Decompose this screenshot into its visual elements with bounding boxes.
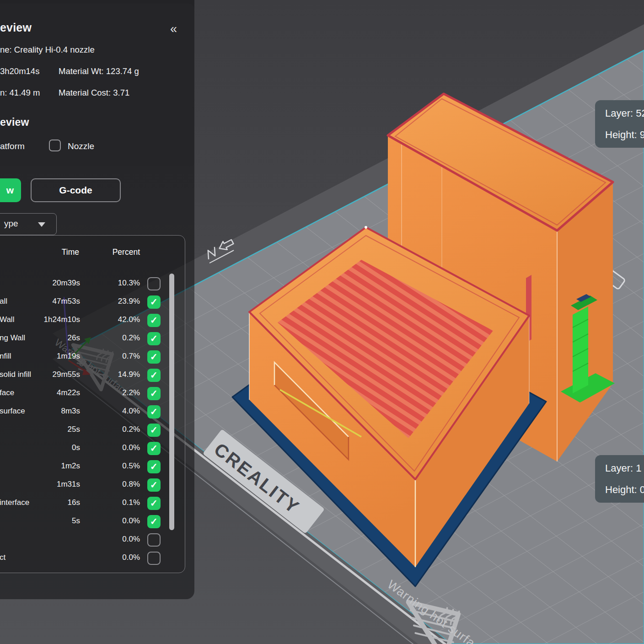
gcode-tab-button[interactable]: G-code	[31, 178, 121, 202]
line-type-row: ng Wall26s0.2%✓	[0, 330, 185, 348]
visibility-checkbox[interactable]: ✓	[147, 332, 161, 345]
line-type-row: 1m2s0.5%✓	[0, 458, 185, 476]
line-type-percent: 0.8%	[84, 480, 140, 489]
line-type-percent: 14.9%	[84, 370, 140, 379]
visibility-checkbox[interactable]: ✓	[147, 497, 161, 510]
visibility-checkbox[interactable]: ✓	[147, 442, 161, 455]
check-icon: ✓	[147, 424, 161, 437]
height-value: Height: 9	[605, 129, 644, 140]
line-type-time: 1m31s	[0, 480, 80, 489]
visibility-checkbox[interactable]: ✓	[147, 314, 161, 327]
nozzle-checkbox-label[interactable]: Nozzle	[68, 141, 94, 151]
line-type-time: 5s	[0, 516, 80, 526]
line-type-row: surface8m3s4.0%✓	[0, 403, 185, 421]
visibility-checkbox[interactable]: ✓	[147, 552, 161, 565]
left-sidebar: eview « ne: Creality Hi-0.4 nozzle 3h20m…	[0, 0, 194, 599]
line-type-time: 47m53s	[0, 297, 80, 306]
visibility-checkbox[interactable]: ✓	[147, 369, 161, 382]
line-type-percent: 10.3%	[84, 279, 140, 288]
visibility-checkbox[interactable]: ✓	[147, 424, 161, 437]
line-type-percent: 0.0%	[84, 535, 140, 544]
material-length: n: 41.49 m	[0, 88, 40, 98]
line-type-row: face4m22s2.2%✓	[0, 385, 185, 403]
line-type-percent: 0.0%	[84, 443, 140, 452]
line-type-row: solid infill29m55s14.9%✓	[0, 366, 185, 385]
check-icon: ✓	[147, 387, 161, 400]
line-type-row: Wall1h24m10s42.0%✓	[0, 311, 185, 330]
print-summary-card: eview « ne: Creality Hi-0.4 nozzle 3h20m…	[0, 4, 194, 104]
line-type-percent: 0.0%	[84, 553, 140, 562]
line-type-row: interface16s0.1%✓	[0, 494, 185, 513]
visibility-checkbox[interactable]: ✓	[147, 478, 161, 492]
line-type-row: 1m31s0.8%✓	[0, 476, 185, 494]
visibility-checkbox[interactable]: ✓	[147, 387, 161, 400]
collapse-panel-icon[interactable]: «	[170, 22, 177, 36]
line-type-time: 1m2s	[0, 462, 80, 471]
check-icon: ✓	[147, 332, 161, 345]
nozzle-checkbox[interactable]	[49, 140, 61, 151]
line-type-row: 20m39s10.3%✓	[0, 275, 185, 293]
preview-tab-button[interactable]: w	[0, 178, 21, 202]
line-type-percent: 0.2%	[84, 425, 140, 434]
line-type-row: 25s0.2%✓	[0, 421, 185, 440]
line-type-row: 5s0.0%✓	[0, 513, 185, 531]
line-type-time: 29m55s	[0, 370, 80, 379]
check-icon: ✓	[147, 515, 161, 528]
layer-value: Layer: 52	[605, 107, 644, 119]
check-icon: ✓	[147, 405, 161, 419]
line-type-row: nfill1m19s0.7%✓	[0, 348, 185, 366]
line-type-percent: 0.7%	[84, 352, 140, 361]
line-type-time: 8m3s	[0, 407, 80, 416]
visibility-checkbox[interactable]: ✓	[147, 515, 161, 528]
line-type-time: 0s	[0, 443, 80, 452]
line-type-time: 1h24m10s	[0, 315, 80, 324]
line-type-row: ct0.0%✓	[0, 549, 185, 568]
check-icon: ✓	[147, 497, 161, 510]
print-time: 3h20m14s	[0, 66, 39, 76]
visibility-checkbox[interactable]: ✓	[147, 460, 161, 473]
chevron-down-icon	[38, 222, 45, 227]
line-type-percent: 4.0%	[84, 407, 140, 416]
line-type-percent: 0.2%	[84, 333, 140, 343]
layer-tooltip-lower: Layer: 1 Height: 0	[595, 455, 644, 503]
check-icon: ✓	[147, 350, 161, 364]
panel-title: eview	[0, 21, 32, 34]
check-icon: ✓	[147, 460, 161, 473]
line-type-time: 4m22s	[0, 388, 80, 397]
column-header-percent: Percent	[84, 247, 140, 257]
line-type-row: all47m53s23.9%✓	[0, 293, 185, 311]
preview-options-card: eview atform Nozzle	[0, 106, 194, 166]
line-type-time: 1m19s	[0, 352, 80, 361]
material-weight: Material Wt: 123.74 g	[59, 66, 139, 76]
height-value: Height: 0	[605, 484, 644, 495]
check-icon: ✓	[147, 369, 161, 382]
line-type-row: 0s0.0%✓	[0, 440, 185, 458]
line-type-dropdown[interactable]: ype	[0, 213, 57, 235]
platform-checkbox-label[interactable]: atform	[0, 141, 25, 151]
visibility-checkbox[interactable]: ✓	[147, 277, 161, 290]
check-icon: ✓	[147, 478, 161, 492]
visibility-checkbox[interactable]: ✓	[147, 295, 161, 309]
visibility-checkbox[interactable]: ✓	[147, 405, 161, 419]
line-type-percent: 0.1%	[84, 498, 140, 507]
check-icon: ✓	[147, 314, 161, 327]
visibility-checkbox[interactable]: ✓	[147, 350, 161, 364]
line-type-time: 25s	[0, 425, 80, 434]
machine-name: ne: Creality Hi-0.4 nozzle	[0, 45, 95, 55]
line-type-percent: 42.0%	[84, 315, 140, 324]
column-header-time: Time	[0, 247, 79, 257]
check-icon: ✓	[147, 442, 161, 455]
line-type-time: 26s	[0, 333, 80, 343]
preview-section-title: eview	[0, 116, 29, 129]
app-window: rint Warning hot surface CREALITY	[0, 0, 644, 644]
check-icon: ✓	[147, 295, 161, 309]
visibility-checkbox[interactable]: ✓	[147, 533, 161, 547]
line-type-percent: 23.9%	[84, 297, 140, 306]
table-scrollbar-thumb[interactable]	[169, 274, 174, 530]
line-type-label: ct	[0, 553, 5, 562]
layer-tooltip-upper: Layer: 52 Height: 9	[595, 100, 644, 148]
line-type-time: 20m39s	[0, 279, 80, 288]
layer-value: Layer: 1	[605, 462, 644, 474]
line-type-percent: 0.5%	[84, 462, 140, 471]
line-type-row: 0.0%✓	[0, 531, 185, 549]
